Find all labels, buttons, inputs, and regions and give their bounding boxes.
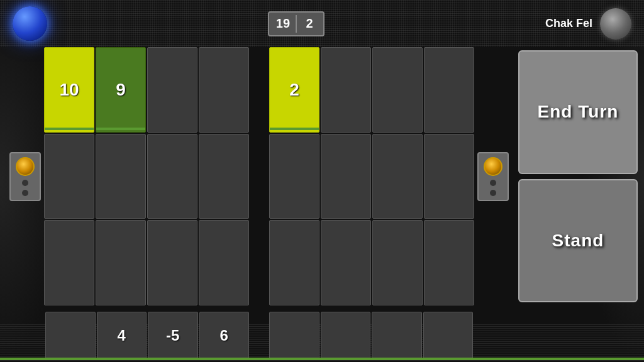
right-grid: 2 (269, 47, 474, 305)
stand-label: Stand (552, 231, 604, 251)
grid-cell[interactable] (96, 220, 146, 305)
counter-value-1: 19 (275, 16, 291, 31)
grid-cell[interactable] (321, 220, 371, 305)
bottom-cell[interactable]: 6 (199, 312, 250, 359)
bottom-gap (255, 312, 263, 359)
bottom-left-cards: 4 -5 6 (6, 312, 249, 359)
grid-cell[interactable] (321, 47, 371, 133)
right-grid-row-2 (269, 134, 474, 219)
card-indicator (96, 128, 145, 130)
right-grid-row-3 (269, 220, 474, 305)
bottom-row: 4 -5 6 (0, 312, 644, 362)
card-indicator (270, 128, 319, 130)
bottom-right-cards (269, 312, 512, 359)
speaker-dot-left (22, 180, 28, 186)
bottom-right-grid (269, 312, 473, 359)
speaker-circle-left (16, 157, 35, 176)
speaker-box-left (9, 152, 41, 201)
stand-button[interactable]: Stand (518, 179, 638, 303)
bottom-cell[interactable]: -5 (148, 312, 198, 359)
grid-cell[interactable] (372, 220, 423, 305)
blue-orb (13, 6, 47, 41)
grid-cell[interactable] (269, 134, 319, 219)
counter-value-2: 2 (302, 16, 317, 31)
bottom-cell[interactable]: 4 (97, 312, 147, 359)
grid-cell[interactable] (199, 47, 249, 133)
left-board: 10 9 (6, 47, 249, 305)
bottom-cell[interactable] (372, 312, 422, 359)
speaker-dot-left2 (22, 190, 28, 196)
speaker-circle-right (484, 157, 502, 176)
bottom-spacer (518, 312, 638, 359)
card-value: 4 (118, 327, 126, 344)
grid-cell[interactable] (147, 220, 197, 305)
card-indicator (45, 128, 94, 130)
right-grid-row-1: 2 (269, 47, 474, 133)
speaker-left (6, 47, 44, 305)
grid-cell[interactable] (44, 134, 94, 219)
grid-cell[interactable] (199, 134, 249, 219)
left-grid: 10 9 (44, 47, 249, 305)
card-value: 2 (289, 80, 299, 100)
game-screen: 19 2 Chak Fel 10 (0, 0, 644, 362)
bottom-cell[interactable] (45, 312, 96, 359)
card-value: 6 (220, 327, 228, 344)
grid-cell[interactable] (96, 134, 146, 219)
end-turn-label: End Turn (538, 102, 619, 122)
grid-cell[interactable]: 9 (96, 47, 146, 133)
game-area: 10 9 (0, 47, 644, 312)
speaker-right (474, 47, 512, 305)
grid-cell[interactable] (424, 134, 474, 219)
counter-display: 19 2 (268, 11, 325, 36)
top-bar: 19 2 Chak Fel (0, 0, 644, 47)
left-grid-row-3 (44, 220, 249, 305)
card-indicator (0, 358, 644, 360)
end-turn-button[interactable]: End Turn (518, 50, 638, 174)
right-board: 2 (269, 47, 512, 305)
bottom-cell[interactable] (269, 312, 319, 359)
action-panel: End Turn Stand (518, 47, 638, 305)
card-value: 10 (59, 80, 79, 100)
player-avatar (600, 8, 631, 40)
grid-cell[interactable] (44, 220, 94, 305)
speaker-dot-right (490, 180, 496, 186)
bottom-cell[interactable] (423, 312, 474, 359)
counter-divider (296, 15, 297, 33)
grid-cell[interactable] (424, 220, 474, 305)
grid-cell[interactable] (199, 220, 249, 305)
speaker-box-right (477, 152, 509, 201)
bottom-cell[interactable] (321, 312, 371, 359)
grid-cell[interactable]: 2 (269, 47, 319, 133)
card-value: -5 (166, 327, 179, 344)
grid-cell[interactable] (372, 134, 423, 219)
left-grid-row-1: 10 9 (44, 47, 249, 133)
speaker-dot-right2 (490, 190, 496, 196)
grid-cell[interactable] (372, 47, 423, 133)
grid-cell[interactable] (269, 220, 319, 305)
left-grid-row-2 (44, 134, 249, 219)
grid-cell[interactable] (321, 134, 371, 219)
grid-cell[interactable]: 10 (44, 47, 94, 133)
player-name: Chak Fel (545, 17, 592, 30)
grid-cell[interactable] (147, 47, 197, 133)
player-info: Chak Fel (545, 8, 631, 40)
grid-cell[interactable] (424, 47, 474, 133)
center-gap (255, 47, 263, 305)
bottom-left-grid: 4 -5 6 (45, 312, 249, 359)
grid-cell[interactable] (147, 134, 197, 219)
card-value: 9 (116, 80, 126, 100)
